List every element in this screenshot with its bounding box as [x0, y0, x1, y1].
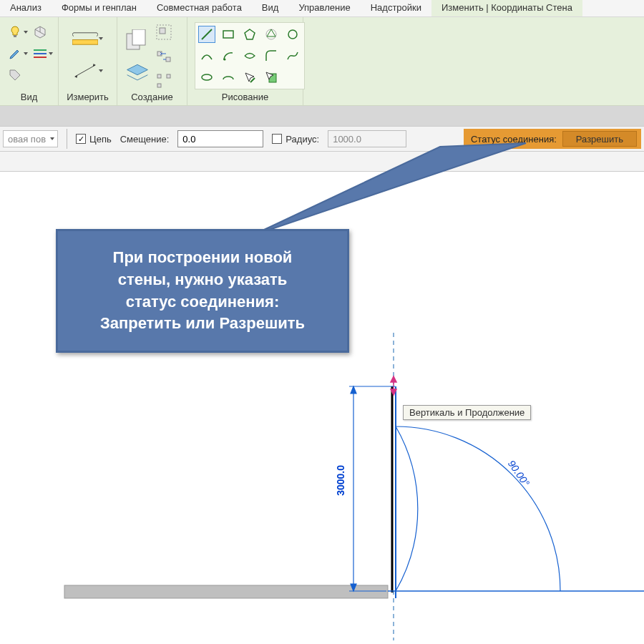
callout-line: Запретить или Разрешить: [100, 314, 305, 332]
callout-line: стены, нужно указать: [118, 270, 288, 288]
callout-line: статус соединения:: [126, 293, 280, 311]
callout-line: При построении новой: [113, 248, 293, 266]
dimension-length-label: 3000.0: [335, 465, 346, 496]
snap-tooltip: Вертикаль и Продолжение: [403, 405, 531, 420]
svg-marker-39: [351, 386, 356, 394]
svg-rect-29: [64, 585, 388, 598]
snap-tooltip-text: Вертикаль и Продолжение: [409, 407, 525, 418]
svg-marker-26: [250, 143, 526, 236]
callout-box: При построении новой стены, нужно указат…: [56, 229, 349, 353]
svg-marker-34: [391, 376, 396, 382]
